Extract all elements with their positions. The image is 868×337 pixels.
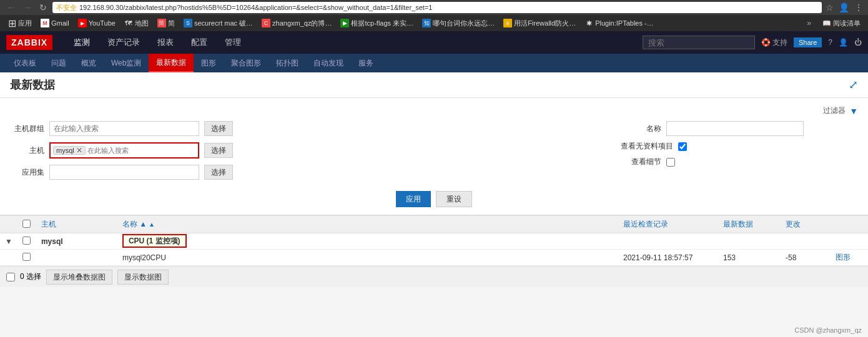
host-select-button[interactable]: 选择 [204,143,233,158]
group-name-label: CPU (1 监控项) [122,234,187,248]
security-warning: 不安全 [56,3,77,12]
subnav-latest[interactable]: 最新数据 [149,54,194,72]
show-nodata-checkbox[interactable] [678,142,687,151]
nav-admin[interactable]: 管理 [216,31,250,54]
tcpflags-icon: ▶ [340,19,349,27]
dialog-label: 哪句台词你永远忘… [433,19,495,28]
global-search-input[interactable] [643,36,755,49]
host-tag-remove[interactable]: ✕ [76,147,82,154]
col-header-host[interactable]: 主机 [36,216,117,233]
name-input[interactable] [666,121,804,136]
app-select-button[interactable]: 选择 [204,165,233,180]
top-nav-right: 🛟 支持 Share ? 👤 ⏻ [643,36,862,49]
data-graph-button[interactable]: 显示数据图 [117,270,169,285]
select-all-checkbox[interactable] [22,220,31,228]
subnav-topology[interactable]: 拓扑图 [269,54,306,72]
row-graph [831,233,868,250]
nav-monitor[interactable]: 监测 [65,31,99,54]
filter-form: 主机群组 选择 主机 mysql ✕ [10,121,858,186]
zabbix-app: ZABBIX 监测 资产记录 报表 配置 管理 🛟 支持 Share ? 👤 ⏻… [0,31,868,337]
col-header-lastcheck[interactable]: 最近检查记录 [618,216,718,233]
menu-icon[interactable]: ⋮ [854,2,863,12]
reload-button[interactable]: ↻ [37,2,49,12]
bookmark-gmail[interactable]: M Gmail [37,17,73,29]
bottom-select-checkbox[interactable] [6,273,15,281]
address-text: 192.168.90.30/zabbix/latest.php?hostids%… [79,4,432,11]
stacked-graph-button[interactable]: 显示堆叠数据图 [46,270,112,285]
bookmark-tcpflags[interactable]: ▶ 根据tcp-flags 来实… [337,17,417,29]
hostgroup-input[interactable] [49,121,199,136]
col-header-name[interactable]: 名称 ▲ [117,216,618,233]
row-lastcheck [618,233,718,250]
profile-icon[interactable]: 👤 [839,2,849,12]
data-lastcheck: 2021-09-11 18:57:57 [618,250,718,266]
user-profile-button[interactable]: 👤 [839,38,848,47]
reader-mode[interactable]: 📖 阅读清单 [819,17,864,29]
host-search-input[interactable] [87,147,174,154]
host-tag-mysql: mysql ✕ [53,146,86,155]
data-graph[interactable]: 图形 [831,250,868,266]
share-button[interactable]: Share [794,37,822,47]
bookmark-apps[interactable]: ⊞ 应用 [4,17,36,29]
bookmark-jian[interactable]: 简 简 [154,17,179,29]
expand-button[interactable]: ⤢ [849,78,858,92]
support-button[interactable]: 🛟 支持 [761,37,787,48]
app-input[interactable] [49,165,199,180]
bookmark-securecrt[interactable]: S securecrt mac 破… [180,17,257,29]
graph-link[interactable]: 图形 [836,253,851,261]
gmail-label: Gmail [51,19,69,27]
subnav-web[interactable]: Web监测 [104,54,149,72]
row-group-name[interactable]: CPU (1 监控项) [117,233,618,250]
subnav-dashboard[interactable]: 仪表板 [6,54,44,72]
name-label: 名称 [621,124,661,134]
nav-reports[interactable]: 报表 [149,31,182,54]
subnav-overview[interactable]: 概览 [74,54,104,72]
bookmark-zhangxm[interactable]: C zhangxm_qz的博… [258,17,335,29]
iptables-icon: ✱ [584,19,593,27]
row-change [781,233,831,250]
data-checkbox[interactable] [22,253,31,261]
show-detail-checkbox[interactable] [666,158,675,167]
bookmark-dialog[interactable]: 知 哪句台词你永远忘… [418,17,498,29]
support-icon: 🛟 [761,38,771,47]
left-filters: 主机群组 选择 主机 mysql ✕ [10,121,621,186]
back-button[interactable]: ← [5,2,17,12]
subnav-composite[interactable]: 聚合图形 [224,54,269,72]
star-icon[interactable]: ☆ [826,2,834,12]
logout-button[interactable]: ⏻ [854,38,862,47]
nav-config[interactable]: 配置 [182,31,216,54]
right-filter-nodata: 查看无资料项目 [621,141,858,152]
nav-assets[interactable]: 资产记录 [99,31,149,54]
address-bar[interactable]: 不安全 192.168.90.30/zabbix/latest.php?host… [52,2,822,13]
row-expand-toggle[interactable]: ▼ [0,233,17,250]
more-bookmarks-button[interactable]: » [803,19,815,27]
header-row: 主机 名称 ▲ 最近检查记录 最新数据 更改 [0,216,868,233]
bookmark-maps[interactable]: 🗺 地图 [121,17,152,29]
col-header-lastdata[interactable]: 最新数据 [718,216,781,233]
row-checkbox[interactable] [22,237,31,245]
help-button[interactable]: ? [828,38,832,47]
apply-button[interactable]: 应用 [396,191,431,207]
data-expand [0,250,17,266]
hostgroup-select-button[interactable]: 选择 [204,121,233,136]
filter-toggle-icon[interactable]: ▼ [849,106,858,116]
securecrt-label: securecrt mac 破… [194,19,253,28]
page-header: 最新数据 ⤢ [0,72,868,98]
row-check [17,233,36,250]
bookmark-youtube[interactable]: ▶ ZABBIX YouTube [74,17,119,29]
subnav-discover[interactable]: 自动发现 [306,54,351,72]
reset-button[interactable]: 重设 [436,191,472,207]
apps-label: 应用 [18,19,32,28]
zhangxm-label: zhangxm_qz的博… [272,19,332,28]
col-header-change[interactable]: 更改 [781,216,831,233]
subnav-services[interactable]: 服务 [351,54,381,72]
bookmark-firewall[interactable]: e 用活Firewalld防火… [500,17,579,29]
subnav-problems[interactable]: 问题 [44,54,74,72]
zabbix-logo: ZABBIX [6,35,52,50]
bookmark-iptables[interactable]: ✱ Plugin:IPTables -… [581,17,658,29]
firewall-label: 用活Firewalld防火… [514,19,576,28]
forward-button[interactable]: → [21,2,34,12]
subnav-graphs[interactable]: 图形 [194,54,224,72]
table-row-data: mysql20CPU 2021-09-11 18:57:57 153 -58 图… [0,250,868,266]
host-tag-input[interactable]: mysql ✕ [49,142,199,159]
